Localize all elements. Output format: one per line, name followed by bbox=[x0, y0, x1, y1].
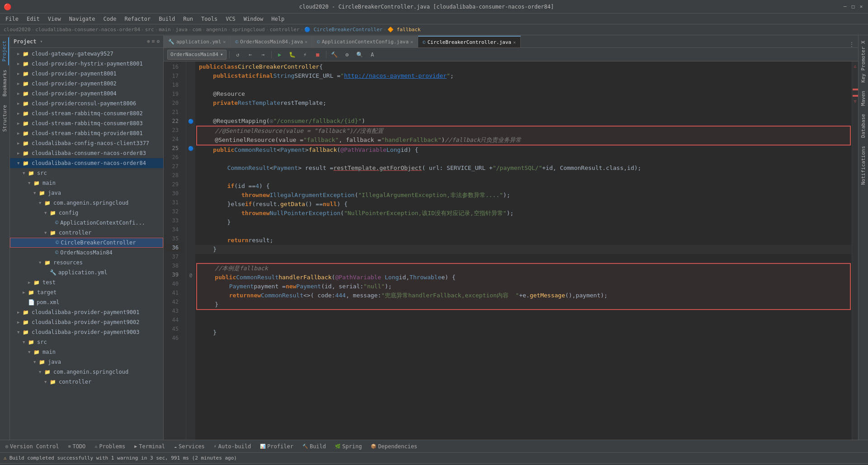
menu-build[interactable]: Build bbox=[155, 15, 179, 23]
project-dropdown-icon[interactable]: ▾ bbox=[40, 39, 43, 44]
forward-icon[interactable]: → bbox=[258, 50, 269, 60]
tree-item-appcontextconfig[interactable]: © ApplicationContextConfi... bbox=[10, 218, 163, 228]
left-tab-project[interactable]: Project bbox=[0, 37, 9, 65]
breadcrumb-module[interactable]: cloudalibaba-consumer-nacos-order84 bbox=[35, 27, 140, 33]
menu-help[interactable]: Help bbox=[268, 15, 288, 23]
right-tab-database[interactable]: Database bbox=[859, 110, 867, 141]
run-icon[interactable]: ▶ bbox=[274, 50, 285, 60]
tree-item-payment9003[interactable]: ▼ 📁 cloudalibaba-provider-payment9003 bbox=[10, 327, 163, 337]
tree-item-gateway9527[interactable]: ▶ 📁 cloud-gateway-gateway9527 bbox=[10, 49, 163, 59]
tree-item-circlebreaker[interactable]: © CircleBreakerController bbox=[10, 238, 163, 248]
tree-item-rabbit8801[interactable]: ▶ 📁 cloud-stream-rabbitmq-provider8801 bbox=[10, 128, 163, 138]
menu-code[interactable]: Code bbox=[100, 15, 120, 23]
menu-edit[interactable]: Edit bbox=[23, 15, 43, 23]
scroll-bar-panel[interactable]: △ ▽ bbox=[852, 61, 858, 440]
sync-icon[interactable]: ↺ bbox=[232, 50, 243, 60]
bottom-tab-todo[interactable]: ≡ TODO bbox=[64, 442, 89, 451]
tree-item-hystrix8001[interactable]: ▶ 📁 cloud-provider-hystrix-payment8001 bbox=[10, 59, 163, 69]
left-tab-structure[interactable]: Structure bbox=[1, 101, 9, 136]
tab-close-icon[interactable]: ✕ bbox=[513, 40, 516, 45]
breadcrumb-src[interactable]: src bbox=[145, 27, 154, 33]
tree-item-ordernacosMain84[interactable]: © OrderNacosMain84 bbox=[10, 248, 163, 258]
right-tab-keypromoter[interactable]: Key Promoter X bbox=[859, 37, 867, 86]
tree-item-package2[interactable]: ▼ 📁 com.angenin.springcloud bbox=[10, 367, 163, 377]
breadcrumb-class[interactable]: 🔵 CircleBreakerController bbox=[304, 27, 382, 33]
tree-item-target[interactable]: ▶ 📁 target bbox=[10, 287, 163, 297]
tree-item-order84[interactable]: ▼ 📁 cloudalibaba-consumer-nacos-order84 bbox=[10, 158, 163, 168]
tree-item-pom[interactable]: 📄 pom.xml bbox=[10, 297, 163, 307]
tree-item-src2[interactable]: ▼ 📁 src bbox=[10, 337, 163, 347]
tab-ordernacos[interactable]: © OrderNacosMain84.java ✕ bbox=[231, 36, 312, 47]
tree-item-package[interactable]: ▼ 📁 com.angenin.springcloud bbox=[10, 198, 163, 208]
tree-item-appyml[interactable]: 🔧 application.yml bbox=[10, 268, 163, 277]
tree-item-java2[interactable]: ▼ 📁 java bbox=[10, 357, 163, 367]
back-icon[interactable]: ← bbox=[245, 50, 256, 60]
run-config-dropdown[interactable]: OrderNacosMain84 ▾ bbox=[167, 50, 226, 60]
tree-item-consul8006[interactable]: ▶ 📁 cloud-providerconsul-payment8006 bbox=[10, 99, 163, 108]
left-tab-bookmarks[interactable]: Bookmarks bbox=[1, 66, 9, 100]
tab-close-icon[interactable]: ✕ bbox=[305, 39, 307, 44]
breadcrumb-com[interactable]: com bbox=[192, 27, 201, 33]
menu-vcs[interactable]: VCS bbox=[222, 15, 239, 23]
breadcrumb-main[interactable]: main bbox=[159, 27, 171, 33]
tab-close-icon[interactable]: ✕ bbox=[410, 39, 413, 44]
tree-item-test[interactable]: ▶ 📁 test bbox=[10, 277, 163, 287]
project-settings-icon[interactable]: ⚙ bbox=[156, 38, 160, 44]
menu-run[interactable]: Run bbox=[179, 15, 197, 23]
tree-item-rabbit8802[interactable]: ▶ 📁 cloud-stream-rabbitmq-consumer8802 bbox=[10, 108, 163, 118]
tree-item-resources-folder[interactable]: ▼ 📁 resources bbox=[10, 258, 163, 268]
window-controls[interactable]: ─ □ ✕ bbox=[842, 4, 864, 10]
tree-item-payment8004[interactable]: ▶ 📁 cloud-provider-payment8004 bbox=[10, 89, 163, 99]
breadcrumb-controller[interactable]: controller bbox=[269, 27, 299, 33]
translate-icon[interactable]: A bbox=[367, 50, 378, 60]
settings-icon[interactable]: ⚙ bbox=[342, 50, 353, 60]
tab-appcontextconfig[interactable]: © ApplicationContextConfig.java ✕ bbox=[312, 36, 418, 47]
close-button[interactable]: ✕ bbox=[858, 4, 864, 10]
tree-item-payment8001[interactable]: ▶ 📁 cloud-provider-payment8001 bbox=[10, 69, 163, 79]
project-collapse-icon[interactable]: ≡ bbox=[152, 38, 155, 44]
bottom-tab-profiler[interactable]: 📊 Profiler bbox=[256, 442, 297, 451]
debug-icon[interactable]: 🐛 bbox=[287, 50, 298, 60]
code-content[interactable]: public class CircleBreakerController { p… bbox=[195, 61, 852, 440]
breadcrumb-angenin[interactable]: angenin bbox=[206, 27, 227, 33]
bottom-tab-autobuild[interactable]: ⚡ Auto-build bbox=[210, 442, 255, 451]
breadcrumb-method[interactable]: 🔶 fallback bbox=[387, 27, 421, 33]
build-icon[interactable]: 🔨 bbox=[329, 50, 340, 60]
tree-item-src[interactable]: ▼ 📁 src bbox=[10, 168, 163, 178]
tree-item-java[interactable]: ▼ 📁 java bbox=[10, 188, 163, 198]
run-with-coverage-icon[interactable]: ⚡ bbox=[300, 50, 311, 60]
tab-appyml[interactable]: 🔧 application.yml ✕ bbox=[164, 36, 231, 47]
right-tab-notifications[interactable]: Notifications bbox=[859, 142, 867, 188]
bottom-tab-build[interactable]: 🔨 Build bbox=[299, 442, 330, 451]
tree-item-payment8002[interactable]: ▶ 📁 cloud-provider-payment8002 bbox=[10, 79, 163, 89]
menu-tools[interactable]: Tools bbox=[198, 15, 221, 23]
menu-window[interactable]: Window bbox=[240, 15, 267, 23]
tree-item-main[interactable]: ▼ 📁 main bbox=[10, 178, 163, 188]
bottom-tab-problems[interactable]: ⚠ Problems bbox=[91, 442, 129, 451]
tree-item-controller-folder[interactable]: ▼ 📁 controller bbox=[10, 228, 163, 238]
bottom-tab-dependencies[interactable]: 📦 Dependencies bbox=[367, 442, 421, 451]
tree-item-nacos3377[interactable]: ▶ 📁 cloudalibaba-config-nacos-client3377 bbox=[10, 138, 163, 148]
tree-item-payment9001[interactable]: ▶ 📁 cloudalibaba-provider-payment9001 bbox=[10, 307, 163, 317]
breadcrumb-java[interactable]: java bbox=[175, 27, 188, 33]
tree-item-config-folder[interactable]: ▼ 📁 config bbox=[10, 208, 163, 218]
tree-item-payment9002[interactable]: ▶ 📁 cloudalibaba-provider-payment9002 bbox=[10, 317, 163, 327]
bottom-tab-versioncontrol[interactable]: ◎ Version Control bbox=[2, 442, 62, 451]
breadcrumb-cloud2020[interactable]: cloud2020 bbox=[4, 27, 31, 33]
menu-refactor[interactable]: Refactor bbox=[121, 15, 154, 23]
bottom-tab-services[interactable]: ☁ Services bbox=[170, 442, 208, 451]
menu-navigate[interactable]: Navigate bbox=[66, 15, 99, 23]
menu-view[interactable]: View bbox=[44, 15, 65, 23]
menu-file[interactable]: File bbox=[2, 15, 22, 23]
project-expand-icon[interactable]: ⊕ bbox=[147, 38, 150, 44]
bottom-tab-spring[interactable]: 🌿 Spring bbox=[331, 442, 365, 451]
search-icon[interactable]: 🔍 bbox=[354, 50, 365, 60]
editor-more-icon[interactable]: ⋮ bbox=[845, 41, 858, 47]
breadcrumb-springcloud[interactable]: springcloud bbox=[232, 27, 265, 33]
tab-circlebreaker[interactable]: © CircleBreakerController.java ✕ bbox=[418, 36, 521, 47]
maximize-button[interactable]: □ bbox=[850, 4, 856, 10]
minimize-button[interactable]: ─ bbox=[842, 4, 848, 10]
tree-item-controller2[interactable]: ▼ 📁 controller bbox=[10, 377, 163, 387]
stop-icon[interactable]: ■ bbox=[312, 50, 323, 60]
tree-item-rabbit8803[interactable]: ▶ 📁 cloud-stream-rabbitmq-consumer8803 bbox=[10, 118, 163, 128]
